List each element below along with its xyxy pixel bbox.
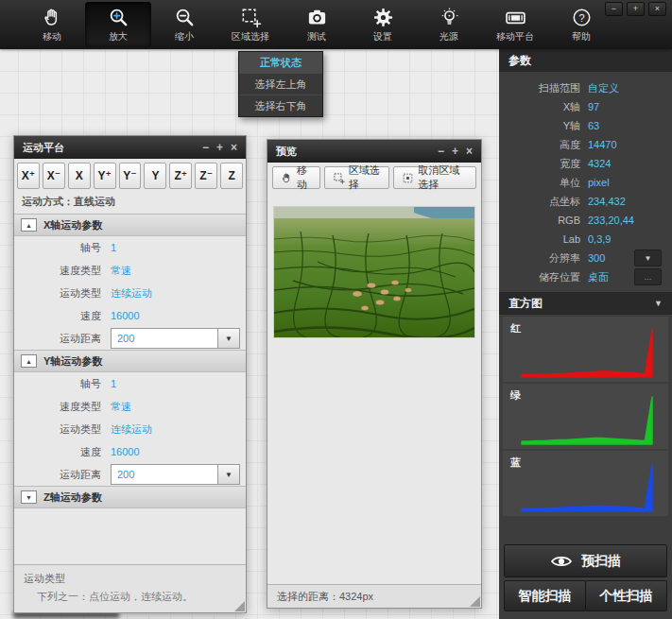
- custom-scan-button[interactable]: 个性扫描: [585, 580, 667, 611]
- tool-zoom-in[interactable]: 放大: [85, 2, 151, 47]
- axis-button-z[interactable]: Z⁺: [169, 163, 192, 189]
- camera-icon: [306, 7, 328, 28]
- region-select-button[interactable]: 区域选择: [324, 166, 389, 189]
- axis-button-y[interactable]: Y⁺: [94, 163, 116, 189]
- preview-panel-header[interactable]: 预览 −+×: [267, 140, 481, 163]
- param-row: RGB233,20,44: [499, 211, 672, 230]
- preview-status-bar: 选择的距离：4324px: [267, 584, 481, 608]
- minimize-button[interactable]: −: [605, 2, 623, 16]
- collapse-toggle-icon[interactable]: ▲: [21, 218, 37, 232]
- browse-ellipsis-button[interactable]: …: [634, 268, 662, 285]
- section-header-x-axis[interactable]: ▲X轴运动参数: [14, 214, 246, 236]
- toolbar-items: 移动放大缩小区域选择测试设置光源移动平台?帮助: [19, 2, 614, 47]
- selected-distance-text: 选择的距离：4324px: [277, 590, 373, 604]
- dropdown-item[interactable]: 选择左上角: [239, 74, 322, 95]
- tool-move[interactable]: 移动: [19, 2, 85, 47]
- param-label: 点坐标: [499, 195, 580, 209]
- dropdown-item[interactable]: 正常状态: [239, 52, 322, 74]
- section-header-z-axis[interactable]: ▼Z轴运动参数: [14, 486, 246, 508]
- histogram-header[interactable]: 直方图 ▼: [499, 292, 672, 315]
- maximize-button[interactable]: +: [627, 2, 645, 16]
- tool-zoom-out[interactable]: 缩小: [151, 2, 217, 47]
- tool-region-select[interactable]: 区域选择: [217, 2, 284, 47]
- histogram-channel-green: 绿: [503, 384, 668, 449]
- preview-image[interactable]: [273, 206, 475, 338]
- param-label: RGB: [499, 215, 580, 226]
- gear-icon: [372, 7, 394, 28]
- preview-image-art: [274, 207, 474, 337]
- maximize-button[interactable]: +: [452, 146, 458, 157]
- zoom-out-icon: [174, 7, 196, 28]
- axis-button-y[interactable]: Y: [144, 163, 166, 189]
- motion-param-row: 运动距离200▼: [14, 463, 246, 486]
- axis-button-z[interactable]: Z⁻: [195, 163, 217, 189]
- param-label: 运动类型: [14, 422, 101, 437]
- param-label: 轴号: [14, 377, 101, 391]
- close-button[interactable]: ×: [466, 146, 473, 157]
- motion-param-row: 运动类型连续运动: [14, 418, 246, 440]
- collapse-toggle-icon[interactable]: ▲: [21, 354, 37, 368]
- motion-panel-header[interactable]: 运动平台 −+×: [14, 136, 246, 159]
- preview-toolbar: 移动区域选择取消区域选择: [267, 163, 481, 193]
- param-value: 0,3,9: [588, 233, 611, 245]
- minimize-button[interactable]: −: [202, 142, 209, 153]
- close-button[interactable]: ×: [648, 2, 666, 16]
- minimize-button[interactable]: −: [438, 146, 444, 157]
- chevron-down-icon[interactable]: ▼: [217, 329, 239, 348]
- param-value: 200: [112, 465, 217, 484]
- axis-button-x[interactable]: X⁻: [43, 163, 65, 189]
- axis-button-y[interactable]: Y⁻: [119, 163, 142, 189]
- param-value: 234,432: [588, 196, 626, 207]
- param-row: 宽度4324: [499, 154, 672, 173]
- axis-button-x[interactable]: X: [68, 163, 91, 189]
- preview-panel-title: 预览: [276, 145, 297, 159]
- maximize-button[interactable]: +: [216, 142, 223, 153]
- param-label: 运动类型: [14, 286, 101, 301]
- tool-motion-platform[interactable]: 移动平台: [482, 2, 548, 47]
- dropdown-item[interactable]: 选择右下角: [239, 95, 322, 116]
- section-header-y-axis[interactable]: ▲Y轴运动参数: [14, 350, 246, 372]
- tool-light-source[interactable]: 光源: [416, 2, 482, 47]
- smart-scan-button[interactable]: 智能扫描: [504, 580, 586, 611]
- param-value: 97: [588, 101, 599, 112]
- move-button[interactable]: 移动: [272, 166, 320, 189]
- section-title: X轴运动参数: [43, 218, 102, 232]
- axis-button-x[interactable]: X⁺: [17, 163, 40, 189]
- param-label: 轴号: [14, 241, 101, 255]
- hand-icon: [281, 172, 293, 184]
- region-select-dropdown: 正常状态选择左上角选择右下角: [238, 51, 323, 117]
- resize-grip[interactable]: [470, 596, 480, 607]
- collapse-toggle-icon[interactable]: ▼: [21, 490, 37, 504]
- param-dropdown[interactable]: 200▼: [111, 328, 240, 349]
- param-row: 储存位置桌面…: [499, 267, 672, 286]
- param-row: 分辨率300▼: [499, 249, 672, 267]
- motion-mode-line: 运动方式：直线运动: [14, 193, 246, 214]
- axis-button-z[interactable]: Z: [220, 163, 243, 189]
- region-select-icon: [333, 172, 345, 184]
- param-value: 300: [588, 252, 605, 264]
- motion-panel-empty-area: [14, 508, 246, 564]
- param-value: 桌面: [588, 270, 609, 284]
- param-label: 单位: [499, 176, 580, 190]
- param-label: 运动距离: [14, 332, 101, 346]
- prescan-button[interactable]: 预扫描: [504, 544, 667, 577]
- app-window: 移动放大缩小区域选择测试设置光源移动平台?帮助 −+× 正常状态选择左上角选择右…: [0, 0, 672, 619]
- tool-settings[interactable]: 设置: [350, 2, 416, 47]
- param-row: 单位pixel: [499, 173, 672, 192]
- params-rows: 扫描范围自定义X轴97Y轴63高度14470宽度4324单位pixel点坐标23…: [499, 72, 672, 292]
- preview-empty-area: [267, 338, 481, 584]
- section-title: Z轴运动参数: [43, 490, 102, 505]
- close-button[interactable]: ×: [231, 142, 237, 153]
- button-label: 区域选择: [349, 163, 381, 192]
- resize-grip[interactable]: [234, 601, 245, 611]
- chevron-down-icon[interactable]: ▼: [217, 465, 239, 484]
- param-value: 63: [588, 120, 599, 131]
- cancel-region-select-button[interactable]: 取消区域选择: [393, 166, 476, 189]
- histogram-curve: [516, 456, 660, 515]
- custom-scan-label: 个性扫描: [600, 588, 653, 605]
- help-icon: ?: [571, 7, 593, 28]
- param-dropdown[interactable]: 200▼: [111, 464, 240, 485]
- tool-test[interactable]: 测试: [284, 2, 350, 47]
- param-label: 储存位置: [499, 270, 580, 284]
- chevron-down-icon[interactable]: ▼: [634, 249, 662, 267]
